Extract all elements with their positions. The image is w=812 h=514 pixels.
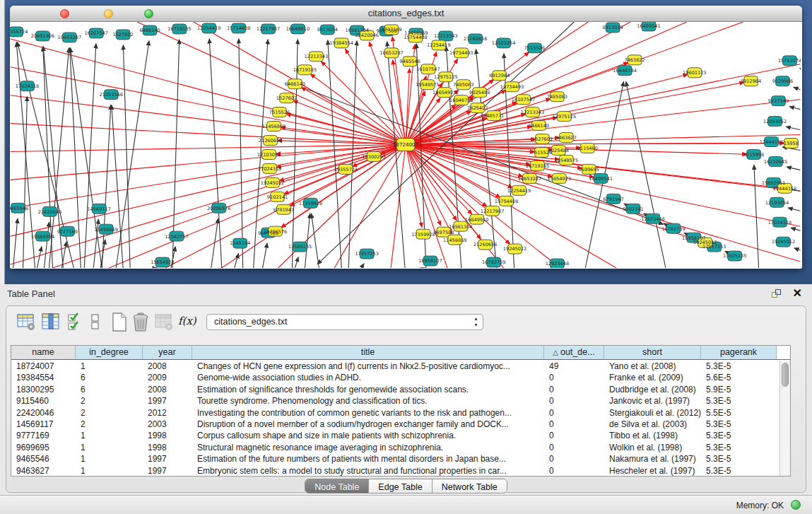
- cell-in_degree[interactable]: 1: [76, 465, 143, 476]
- table-row[interactable]: 911546021997Tourette syndrome. Phenomeno…: [11, 395, 779, 407]
- cell-out_de[interactable]: 0: [544, 430, 604, 441]
- cell-title[interactable]: Embryonic stem cells: a model to study s…: [192, 465, 544, 476]
- table-row[interactable]: 1830029562008Estimation of significance …: [11, 384, 779, 395]
- cell-pagerank[interactable]: 5.3E-5: [701, 453, 777, 465]
- cell-year[interactable]: 2008: [143, 361, 192, 372]
- table-settings-icon[interactable]: [16, 312, 36, 334]
- cell-year[interactable]: 1998: [143, 442, 192, 453]
- network-graph[interactable]: 1935572420691406106532871610754715276026…: [10, 22, 801, 268]
- column-header-name[interactable]: name: [11, 346, 76, 359]
- table-row[interactable]: 946554611997Estimation of the future num…: [11, 453, 779, 465]
- close-panel-icon[interactable]: ✕: [793, 287, 802, 300]
- cell-pagerank[interactable]: 5.3E-5: [701, 442, 777, 453]
- cell-pagerank[interactable]: 5.3E-5: [701, 361, 777, 372]
- cell-year[interactable]: 1997: [143, 453, 192, 465]
- cell-year[interactable]: 1998: [143, 430, 192, 441]
- cell-name[interactable]: 19384554: [11, 372, 76, 383]
- tab-network-table[interactable]: Network Table: [433, 479, 507, 493]
- cell-in_degree[interactable]: 1: [76, 442, 143, 453]
- new-file-icon[interactable]: [110, 312, 129, 336]
- cell-in_degree[interactable]: 6: [76, 372, 143, 383]
- cell-title[interactable]: Corpus callosum shape and size in male p…: [192, 430, 544, 441]
- select-rows-icon[interactable]: [67, 312, 84, 334]
- vertical-scrollbar[interactable]: [779, 361, 790, 476]
- table-row[interactable]: 946362711997Embryonic stem cells: a mode…: [11, 465, 779, 476]
- cell-name[interactable]: 9465546: [11, 453, 76, 465]
- cell-out_de[interactable]: 0: [544, 442, 604, 453]
- cell-title[interactable]: Genome-wide association studies in ADHD.: [192, 372, 544, 383]
- cell-title[interactable]: Tourette syndrome. Phenomenology and cla…: [192, 395, 544, 407]
- cell-pagerank[interactable]: 5.3E-5: [701, 395, 777, 407]
- cell-name[interactable]: 18300295: [11, 384, 76, 395]
- table-row[interactable]: 1456911722003Disruption of a novel membe…: [11, 419, 779, 430]
- cell-pagerank[interactable]: 5.3E-5: [701, 419, 777, 430]
- delete-trash-icon[interactable]: [131, 312, 151, 336]
- column-header-title[interactable]: title: [192, 346, 544, 359]
- cell-pagerank[interactable]: 5.3E-5: [701, 430, 777, 441]
- network-window-titlebar[interactable]: citations_edges.txt: [10, 6, 802, 22]
- cell-in_degree[interactable]: 6: [76, 384, 143, 395]
- network-window[interactable]: citations_edges.txt 19355724206914061065…: [10, 6, 802, 269]
- network-canvas[interactable]: 1935572420691406106532871610754715276026…: [10, 22, 801, 268]
- cell-title[interactable]: Changes of HCN gene expression and I(f) …: [192, 361, 544, 372]
- cell-name[interactable]: 9699695: [11, 442, 76, 453]
- cell-name[interactable]: 9115460: [11, 395, 76, 407]
- cell-year[interactable]: 2012: [143, 407, 192, 419]
- cell-name[interactable]: 9777169: [11, 430, 76, 441]
- cell-out_de[interactable]: 49: [544, 361, 604, 372]
- function-builder-icon[interactable]: f(x): [178, 315, 196, 327]
- cell-title[interactable]: Disruption of a novel member of a sodium…: [192, 419, 544, 430]
- cell-out_de[interactable]: 0: [544, 419, 604, 430]
- cell-title[interactable]: Estimation of the future numbers of pati…: [192, 453, 544, 465]
- cell-short[interactable]: Tibbo et al. (1998): [604, 430, 701, 441]
- cell-pagerank[interactable]: 5.3E-5: [701, 465, 777, 476]
- cell-in_degree[interactable]: 2: [76, 419, 143, 430]
- cell-short[interactable]: Jankovic et al. (1997): [604, 395, 701, 407]
- tab-edge-table[interactable]: Edge Table: [369, 479, 432, 493]
- cell-out_de[interactable]: 0: [544, 465, 604, 476]
- column-header-year[interactable]: year: [143, 346, 192, 359]
- cell-short[interactable]: Dudbridge et al. (2008): [604, 384, 701, 395]
- table-row[interactable]: 1938455462009Genome-wide association stu…: [11, 372, 779, 383]
- cell-name[interactable]: 14569117: [11, 419, 76, 430]
- column-header-short[interactable]: short: [604, 346, 701, 359]
- cell-short[interactable]: Hescheler et al. (1997): [604, 465, 701, 476]
- cell-short[interactable]: Wolkin et al. (1998): [604, 442, 701, 453]
- table-row[interactable]: 969969511998Structural magnetic resonanc…: [11, 442, 779, 453]
- column-header-out_de[interactable]: △out_de...: [544, 346, 604, 359]
- cell-out_de[interactable]: 0: [544, 407, 604, 419]
- tab-node-table[interactable]: Node Table: [305, 479, 369, 493]
- table-row[interactable]: 977716911998Corpus callosum shape and si…: [11, 430, 779, 441]
- cell-out_de[interactable]: 0: [544, 453, 604, 465]
- cell-name[interactable]: 9463627: [11, 465, 76, 476]
- cell-in_degree[interactable]: 1: [76, 361, 143, 372]
- cell-out_de[interactable]: 0: [544, 372, 604, 383]
- cell-out_de[interactable]: 0: [544, 395, 604, 407]
- cell-title[interactable]: Structural magnetic resonance image aver…: [192, 442, 544, 453]
- column-header-in_degree[interactable]: in_degree: [76, 346, 143, 359]
- cell-pagerank[interactable]: 5.9E-5: [701, 384, 777, 395]
- cell-in_degree[interactable]: 1: [76, 453, 143, 465]
- cell-short[interactable]: Nakamura et al. (1997): [604, 453, 701, 465]
- cell-title[interactable]: Estimation of significance thresholds fo…: [192, 384, 544, 395]
- cell-year[interactable]: 2009: [143, 372, 192, 383]
- cell-short[interactable]: Yano et al. (2008): [604, 361, 701, 372]
- cell-in_degree[interactable]: 2: [76, 395, 143, 407]
- cell-short[interactable]: Stergiakouli et al. (2012): [604, 407, 701, 419]
- cell-year[interactable]: 2003: [143, 419, 192, 430]
- row-height-icon[interactable]: [90, 312, 101, 334]
- cell-pagerank[interactable]: 5.6E-5: [701, 372, 777, 383]
- cell-year[interactable]: 1997: [143, 465, 192, 476]
- cell-year[interactable]: 1997: [143, 395, 192, 407]
- cell-in_degree[interactable]: 2: [76, 407, 143, 419]
- cell-out_de[interactable]: 0: [544, 384, 604, 395]
- cell-pagerank[interactable]: 5.5E-5: [701, 407, 777, 419]
- table-row[interactable]: 1872400712008Changes of HCN gene express…: [11, 361, 779, 372]
- cell-short[interactable]: Franke et al. (2009): [604, 372, 701, 383]
- cell-title[interactable]: Investigating the contribution of common…: [192, 407, 544, 419]
- cell-year[interactable]: 2008: [143, 384, 192, 395]
- table-row[interactable]: 2242004622012Investigating the contribut…: [11, 407, 779, 419]
- cell-short[interactable]: de Silva et al. (2003): [604, 419, 701, 430]
- scrollbar-thumb[interactable]: [782, 363, 789, 387]
- float-panel-icon[interactable]: [772, 289, 782, 299]
